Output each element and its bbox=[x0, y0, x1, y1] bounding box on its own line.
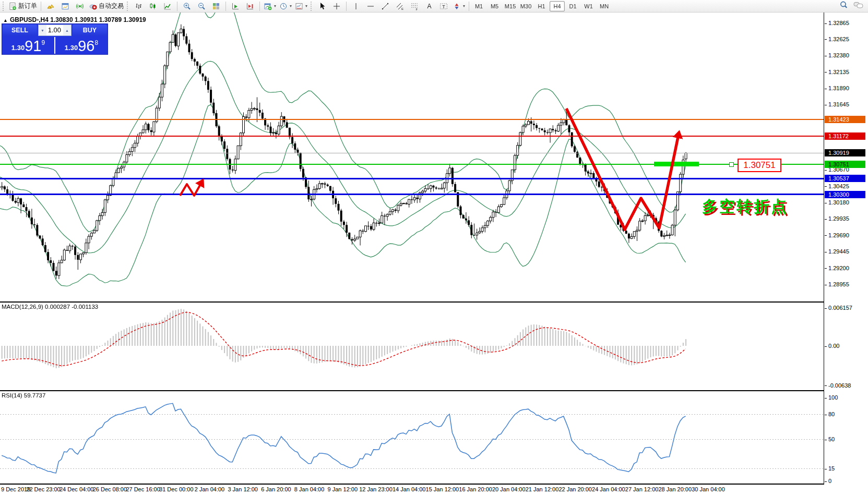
cursor-icon bbox=[318, 2, 326, 10]
volume-down-button[interactable]: ▼ bbox=[39, 25, 46, 35]
timeframe-h1[interactable]: H1 bbox=[534, 1, 549, 11]
time-axis-label: 12 Jan 23:00 bbox=[359, 486, 393, 492]
rsi-canvas[interactable] bbox=[0, 391, 824, 484]
line-chart-button[interactable] bbox=[160, 0, 175, 13]
price-tag-anchor-square[interactable] bbox=[729, 162, 734, 167]
horizontal-line-1.31172[interactable] bbox=[0, 136, 824, 137]
horizontal-line-1.30300[interactable] bbox=[0, 194, 824, 195]
horizontal-line-1.30537[interactable] bbox=[0, 178, 824, 179]
timeframe-group: M1M5M15M30H1H4D1W1MN bbox=[471, 1, 612, 11]
zoom-out-button[interactable] bbox=[194, 0, 209, 13]
price-axis: 1.328651.326251.323801.321351.318901.316… bbox=[825, 0, 868, 495]
separator bbox=[225, 2, 226, 11]
gold-button[interactable] bbox=[43, 0, 58, 13]
price-line-label: 1.30751 bbox=[825, 161, 865, 168]
zoom-in-button[interactable] bbox=[180, 0, 194, 13]
timeframe-h4[interactable]: H4 bbox=[550, 1, 565, 11]
chart-title-text: GBPUSD-,H4 1.30830 1.30931 1.30789 1.309… bbox=[10, 16, 146, 23]
separator bbox=[41, 2, 41, 11]
market-watch-button[interactable] bbox=[58, 0, 73, 13]
periods-clock-button[interactable]: ▾ bbox=[278, 0, 293, 13]
sell-button[interactable]: SELL bbox=[3, 25, 37, 36]
time-axis-label: 2 Jan 04:00 bbox=[195, 486, 225, 492]
templates-icon bbox=[295, 2, 303, 10]
line-chart-icon bbox=[163, 2, 172, 10]
templates-button[interactable]: ▾ bbox=[293, 0, 309, 13]
dropdown-caret: ▾ bbox=[290, 4, 292, 8]
timeframe-mn[interactable]: MN bbox=[597, 1, 612, 11]
horizontal-line-tool-button[interactable] bbox=[363, 0, 378, 13]
rsi-panel: RSI(14) 59.7737 bbox=[0, 391, 824, 485]
price-axis-tick: 1.32380 bbox=[825, 52, 849, 58]
new-order-button[interactable]: 新订单 bbox=[7, 0, 39, 13]
time-axis-label: 27 Jan 12:00 bbox=[625, 486, 659, 492]
highlight-zone-rect[interactable] bbox=[654, 162, 699, 166]
time-axis-label: 21 Jan 12:00 bbox=[526, 486, 559, 492]
separator bbox=[346, 2, 347, 11]
horizontal-line-icon bbox=[366, 2, 375, 10]
buy-button[interactable]: BUY bbox=[73, 25, 107, 36]
price-axis-tick: 1.32625 bbox=[825, 36, 849, 42]
timeframe-m30[interactable]: M30 bbox=[518, 1, 533, 11]
chart-shift-button[interactable] bbox=[243, 0, 257, 13]
vertical-line-icon bbox=[352, 2, 360, 10]
arrows-tool-button[interactable]: ▾ bbox=[451, 0, 467, 13]
signals-button[interactable] bbox=[73, 0, 87, 13]
vertical-line-tool-button[interactable] bbox=[349, 0, 363, 13]
macd-canvas[interactable] bbox=[0, 303, 824, 390]
tile-windows-icon bbox=[212, 2, 220, 10]
trendline-tool-button[interactable] bbox=[378, 0, 393, 13]
horizontal-line-1.30751[interactable] bbox=[0, 164, 824, 165]
time-axis-label: 24 Jan 04:00 bbox=[592, 486, 625, 492]
time-axis-label: 14 Jan 04:00 bbox=[393, 486, 426, 492]
crosshair-tool-button[interactable] bbox=[329, 0, 344, 13]
time-axis[interactable]: 9 Dec 201922 Dec 23:0024 Dec 04:0026 Dec… bbox=[0, 485, 868, 495]
buy-price-button[interactable]: 1.30 96 8 bbox=[55, 37, 108, 54]
text-tool-button[interactable]: A bbox=[422, 0, 436, 13]
timeframe-m5[interactable]: M5 bbox=[487, 1, 502, 11]
new-order-icon bbox=[8, 2, 17, 10]
candlestick-chart-button[interactable] bbox=[146, 0, 160, 13]
price-tag-label[interactable]: 1.30751 bbox=[738, 159, 781, 172]
main-chart-canvas[interactable] bbox=[0, 13, 824, 301]
price-line-label: 1.30919 bbox=[825, 149, 865, 156]
fibonacci-icon: F bbox=[410, 2, 419, 10]
volume-up-button[interactable]: ▲ bbox=[63, 25, 71, 35]
svg-text:F: F bbox=[416, 7, 418, 10]
autotrading-button[interactable]: 自动交易 bbox=[87, 0, 125, 13]
price-line-label: 1.30537 bbox=[825, 175, 865, 182]
text-label-tool-button[interactable]: T bbox=[436, 0, 451, 13]
cursor-tool-button[interactable] bbox=[315, 0, 329, 13]
chat-icon[interactable] bbox=[853, 1, 864, 9]
price-axis-tick: 1.29690 bbox=[825, 232, 849, 238]
equidistant-channel-tool-button[interactable]: E bbox=[393, 0, 407, 13]
horizontal-line-1.31423[interactable] bbox=[0, 119, 824, 120]
separator bbox=[259, 2, 260, 11]
sell-price-button[interactable]: 1.30 91 9 bbox=[2, 37, 54, 54]
price-axis-tick: 1.32135 bbox=[825, 69, 849, 75]
timeframe-d1[interactable]: D1 bbox=[565, 1, 580, 11]
toolbar: 新订单 自动交易 ▾ ▾ bbox=[0, 0, 868, 13]
volume-input[interactable]: 1.00 bbox=[46, 25, 63, 35]
svg-text:A: A bbox=[427, 3, 432, 10]
auto-scroll-button[interactable] bbox=[228, 0, 243, 13]
dropdown-caret: ▾ bbox=[305, 4, 307, 8]
search-icon[interactable] bbox=[839, 1, 848, 9]
bar-chart-button[interactable] bbox=[131, 0, 146, 13]
annotation-text[interactable]: 多空转折点 bbox=[702, 196, 788, 218]
rsi-label: RSI(14) 59.7737 bbox=[2, 392, 45, 399]
timeframe-m15[interactable]: M15 bbox=[503, 1, 518, 11]
fibonacci-tool-button[interactable]: F bbox=[407, 0, 422, 13]
timeframe-m1[interactable]: M1 bbox=[471, 1, 486, 11]
price-line-label: 1.31172 bbox=[825, 132, 865, 140]
price-axis-tick: 1.29200 bbox=[825, 265, 849, 271]
price-axis-tick: 1.30425 bbox=[825, 183, 849, 189]
collapse-trade-panel-icon[interactable]: ▲ bbox=[3, 18, 8, 23]
tile-windows-button[interactable] bbox=[209, 0, 223, 13]
timeframe-w1[interactable]: W1 bbox=[581, 1, 596, 11]
rsi-axis-tick: 15 bbox=[825, 465, 835, 472]
new-chart-button[interactable]: ▾ bbox=[262, 0, 278, 13]
zoom-out-icon bbox=[197, 2, 206, 10]
bar-chart-icon bbox=[134, 2, 142, 10]
one-click-trade-panel: SELL ▼ 1.00 ▲ BUY 1.30 91 9 1.30 96 8 bbox=[2, 24, 108, 54]
